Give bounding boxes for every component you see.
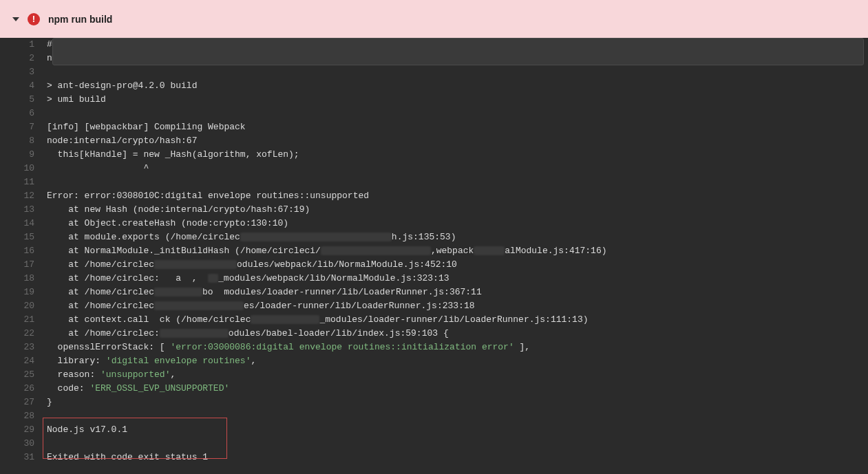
line-number: 25: [0, 368, 43, 382]
redacted-smudge: [208, 274, 218, 283]
terminal-line: 14 at Object.createHash (node:crypto:130…: [0, 217, 868, 230]
terminal-line: 17 at /home/circlecodules/webpack/lib/No…: [0, 258, 868, 272]
terminal-line: 10 ^: [0, 162, 868, 175]
line-content: at module.exports (/home/circlech.js:135…: [43, 230, 868, 244]
line-content: this[kHandle] = new _Hash(algorithm, xof…: [43, 148, 868, 162]
line-number: 11: [0, 175, 43, 189]
line-content: [43, 175, 868, 189]
terminal-line: 5> umi build: [0, 93, 868, 107]
terminal-line: 23 opensslErrorStack: [ 'error:03000086:…: [0, 341, 868, 354]
redacted-smudge: [160, 329, 229, 338]
line-number: 17: [0, 258, 43, 272]
line-number: 22: [0, 327, 43, 341]
line-content: at /home/circleces/loader-runner/lib/Loa…: [43, 299, 868, 313]
line-content: [43, 437, 868, 451]
line-number: 27: [0, 396, 43, 409]
line-content: at /home/circlecbo modules/loader-runner…: [43, 286, 868, 299]
line-number: 14: [0, 217, 43, 230]
line-number: 8: [0, 134, 43, 148]
line-content: code: 'ERR_OSSL_EVP_UNSUPPORTED': [43, 382, 868, 396]
terminal-line: 3: [0, 65, 868, 79]
terminal-line: 1#!/bin/bash -eo pipefail: [0, 38, 868, 52]
terminal-line: 2npm run build: [0, 52, 868, 65]
line-content: [43, 107, 868, 120]
collapse-icon[interactable]: [12, 17, 19, 21]
line-content: Exited with code exit status 1: [43, 451, 868, 464]
terminal-line: 26 code: 'ERR_OSSL_EVP_UNSUPPORTED': [0, 382, 868, 396]
line-number: 16: [0, 244, 43, 258]
redacted-smudge: [240, 233, 392, 241]
line-content: at context.call ck (/home/circlec_module…: [43, 313, 868, 327]
terminal-line: 7[info] [webpackbar] Compiling Webpack: [0, 120, 868, 134]
redacted-smudge: [321, 246, 431, 255]
error-icon: !: [28, 13, 40, 25]
line-number: 9: [0, 148, 43, 162]
line-number: 19: [0, 286, 43, 299]
redacted-smudge: [474, 246, 505, 255]
line-number: 1: [0, 38, 43, 52]
line-number: 15: [0, 230, 43, 244]
line-content: at /home/circlec:odules/babel-loader/lib…: [43, 327, 868, 341]
line-number: 29: [0, 423, 43, 437]
line-number: 13: [0, 203, 43, 217]
line-content: #!/bin/bash -eo pipefail: [43, 38, 868, 52]
terminal-line: 16 at NormalModule._initBuildHash (/home…: [0, 244, 868, 258]
line-content: [43, 65, 868, 79]
line-content: at NormalModule._initBuildHash (/home/ci…: [43, 244, 868, 258]
line-content: Node.js v17.0.1: [43, 423, 868, 437]
line-content: at /home/circlec: a , _modules/webpack/l…: [43, 272, 868, 286]
terminal-line: 4> ant-design-pro@4.2.0 build: [0, 79, 868, 93]
line-number: 6: [0, 107, 43, 120]
line-number: 23: [0, 341, 43, 354]
terminal-line: 8node:internal/crypto/hash:67: [0, 134, 868, 148]
terminal-line: 25 reason: 'unsupported',: [0, 368, 868, 382]
line-number: 5: [0, 93, 43, 107]
line-number: 2: [0, 52, 43, 65]
line-content: > umi build: [43, 93, 868, 107]
terminal-line: 6: [0, 107, 868, 120]
terminal-line: 19 at /home/circlecbo modules/loader-run…: [0, 286, 868, 299]
line-content: [43, 409, 868, 423]
line-number: 10: [0, 162, 43, 175]
terminal-line: 18 at /home/circlec: a , _modules/webpac…: [0, 272, 868, 286]
line-number: 26: [0, 382, 43, 396]
terminal-line: 12Error: error:0308010C:digital envelope…: [0, 189, 868, 203]
line-content: at new Hash (node:internal/crypto/hash:6…: [43, 203, 868, 217]
line-content: Error: error:0308010C:digital envelope r…: [43, 189, 868, 203]
terminal-line: 11: [0, 175, 868, 189]
line-content: }: [43, 396, 868, 409]
line-content: npm run build: [43, 52, 868, 65]
line-number: 3: [0, 65, 43, 79]
line-number: 12: [0, 189, 43, 203]
terminal-line: 28: [0, 409, 868, 423]
line-number: 31: [0, 451, 43, 464]
line-content: ^: [43, 162, 868, 175]
line-number: 24: [0, 354, 43, 368]
redacted-smudge: [154, 288, 202, 297]
redacted-smudge: [154, 260, 237, 269]
line-number: 18: [0, 272, 43, 286]
line-number: 20: [0, 299, 43, 313]
terminal-line: 24 library: 'digital envelope routines',: [0, 354, 868, 368]
line-number: 7: [0, 120, 43, 134]
redacted-smudge: [251, 315, 319, 324]
line-content: opensslErrorStack: [ 'error:03000086:dig…: [43, 341, 868, 354]
terminal-line: 13 at new Hash (node:internal/crypto/has…: [0, 203, 868, 217]
terminal-line: 21 at context.call ck (/home/circlec_mod…: [0, 313, 868, 327]
terminal-output: 1#!/bin/bash -eo pipefail2npm run build3…: [0, 38, 868, 464]
build-step-header[interactable]: ! npm run build: [0, 0, 868, 38]
terminal-line: 29Node.js v17.0.1: [0, 423, 868, 437]
line-number: 28: [0, 409, 43, 423]
line-number: 4: [0, 79, 43, 93]
terminal-line: 27}: [0, 396, 868, 409]
line-content: reason: 'unsupported',: [43, 368, 868, 382]
redacted-smudge: [154, 301, 244, 310]
line-number: 30: [0, 437, 43, 451]
line-content: library: 'digital envelope routines',: [43, 354, 868, 368]
line-content: at /home/circlecodules/webpack/lib/Norma…: [43, 258, 868, 272]
terminal-line: 31Exited with code exit status 1: [0, 451, 868, 464]
line-content: node:internal/crypto/hash:67: [43, 134, 868, 148]
terminal-line: 20 at /home/circleces/loader-runner/lib/…: [0, 299, 868, 313]
line-content: at Object.createHash (node:crypto:130:10…: [43, 217, 868, 230]
terminal-line: 9 this[kHandle] = new _Hash(algorithm, x…: [0, 148, 868, 162]
